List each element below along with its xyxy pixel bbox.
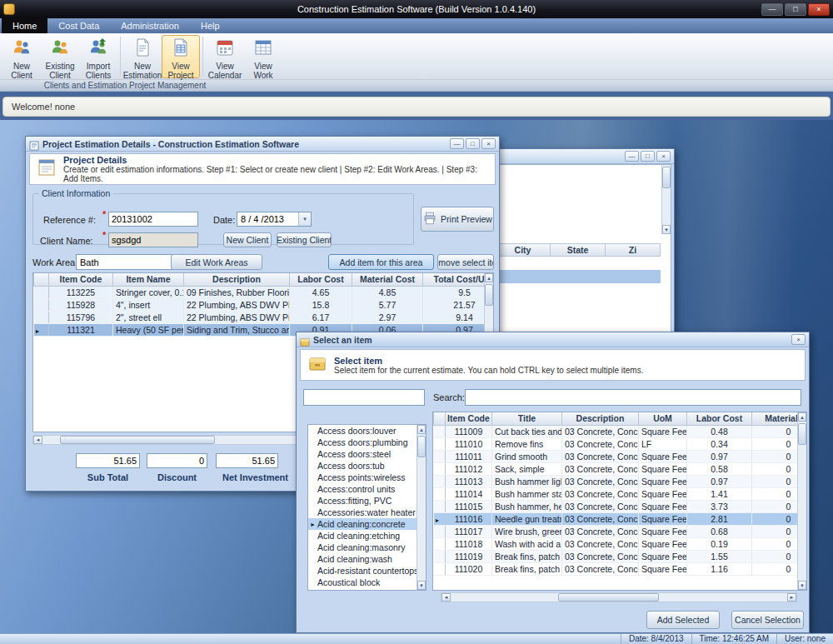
category-list-item[interactable]: ► Access points:wireless [308, 472, 416, 483]
column-header[interactable]: Title [492, 412, 562, 425]
scroll-up-button[interactable]: ▲ [485, 273, 493, 282]
category-filter-input[interactable] [303, 389, 425, 406]
catalog-item-row[interactable]: ► 111010 Remove fins 03 Concrete, Concre… [434, 437, 798, 450]
sub-total-input[interactable] [76, 453, 140, 468]
main-title-bar[interactable]: Construction Estimation Software (Build … [0, 0, 833, 18]
row-selector-cell[interactable]: ► [434, 462, 446, 475]
scrollbar-track[interactable] [662, 165, 671, 225]
catalog-item-row[interactable]: ► 111019 Break fins, patch 03 Concrete, … [434, 550, 798, 562]
column-header[interactable]: Item Code [446, 412, 492, 425]
menu-tab[interactable]: Home [2, 18, 47, 33]
column-header[interactable]: Item Name [113, 273, 184, 286]
row-selector-cell[interactable]: ► [34, 323, 49, 336]
discount-input[interactable] [147, 453, 207, 468]
scrollbar-thumb[interactable] [485, 284, 493, 306]
minimize-button[interactable]: — [450, 138, 464, 149]
catalog-item-row[interactable]: ► 111009 Cut back ties and 03 Concrete, … [434, 425, 798, 437]
category-list-item[interactable]: ► Accessories:water heater [308, 507, 416, 518]
date-combobox[interactable]: 8 / 4 /2013 ▼ [237, 212, 312, 227]
menu-tab[interactable]: Help [190, 18, 231, 33]
category-list-item[interactable]: ► Acoustical block [308, 577, 416, 588]
row-selector-cell[interactable]: ► [434, 487, 446, 500]
existing-client-button[interactable]: Existing Client [41, 35, 79, 78]
row-selector-cell[interactable]: ► [434, 475, 446, 487]
category-list-item[interactable]: ► Acid cleaning:etching [308, 530, 416, 542]
category-list-item[interactable]: ► Access doors:louver [308, 425, 416, 437]
catalog-item-row[interactable]: ► 111017 Wire brush, greer 03 Concrete, … [434, 525, 798, 537]
column-header[interactable]: Material Co [752, 412, 798, 425]
catalog-item-row[interactable]: ► 111011 Grind smooth 03 Concrete, Concr… [434, 450, 798, 462]
column-header-state[interactable]: State [551, 243, 606, 257]
column-header[interactable]: Labor Cost [687, 412, 752, 425]
vertical-scrollbar[interactable]: ▲ ▼ [797, 412, 806, 590]
row-selector-cell[interactable]: ► [434, 562, 446, 575]
category-list-item[interactable]: ► Acid-resistant countertops [308, 565, 416, 577]
scrollbar-thumb[interactable] [417, 436, 426, 457]
row-selector-cell[interactable]: ► [434, 525, 446, 537]
category-list-item[interactable]: ► Access doors:tub [308, 460, 416, 472]
category-list-item[interactable]: ► Acid cleaning:wash [308, 553, 416, 565]
cancel-selection-button[interactable]: Cancel Selection [731, 611, 804, 629]
column-header[interactable]: Description [562, 412, 639, 425]
category-list-item[interactable]: ► Access doors:plumbing [308, 437, 416, 448]
maximize-button[interactable]: □ [785, 3, 806, 16]
menu-tab[interactable]: Administration [110, 18, 190, 33]
view-work-areas-button[interactable]: View Work Areas [244, 35, 282, 78]
row-selector-cell[interactable]: ► [434, 450, 446, 462]
new-estimation-button[interactable]: New Estimation [123, 35, 162, 78]
scrollbar-thumb[interactable] [662, 167, 671, 188]
row-selector-cell[interactable]: ► [434, 512, 446, 525]
category-list-item[interactable]: ► Access:fitting, PVC [308, 495, 416, 507]
scroll-left-button[interactable]: ◄ [33, 436, 42, 444]
maximize-button[interactable]: □ [466, 138, 480, 149]
category-list-item[interactable]: ► Access doors:steel [308, 448, 416, 460]
dialog-title-bar[interactable]: Select an item × [297, 332, 809, 347]
close-button[interactable]: × [791, 334, 806, 345]
import-clients-button[interactable]: Import Clients [79, 35, 117, 78]
maximize-button[interactable]: □ [641, 151, 655, 162]
project-window-title-bar[interactable]: Project Estimation Details - Constructio… [26, 137, 499, 152]
scroll-up-button[interactable]: ▲ [798, 412, 806, 422]
add-item-for-area-button[interactable]: Add item for this area [328, 254, 434, 270]
net-investment-input[interactable] [216, 453, 278, 468]
scrollbar-track[interactable] [451, 593, 787, 602]
category-list-item[interactable]: ► Acid cleaning:concrete [308, 518, 416, 530]
catalog-item-row[interactable]: ► 111012 Sack, simple 03 Concrete, Concr… [434, 462, 798, 475]
vertical-scrollbar[interactable]: ▲ ▼ [416, 425, 426, 590]
scrollbar-thumb[interactable] [558, 593, 659, 602]
column-header[interactable]: Total Cost/Unit [423, 273, 485, 286]
category-list-item[interactable]: ► Acid cleaning:masonry [308, 542, 416, 553]
column-header[interactable]: Labor Cost [290, 273, 352, 286]
scrollbar-thumb[interactable] [798, 423, 806, 445]
print-preview-button[interactable]: Print Preview [421, 207, 494, 232]
vertical-scrollbar[interactable]: ▼ [661, 165, 671, 234]
scroll-left-button[interactable]: ◄ [441, 593, 451, 602]
estimate-item-row[interactable]: ► 113225 Stringer cover, 0.100", 09 Fini… [34, 286, 485, 298]
column-header-city[interactable]: City [496, 243, 551, 257]
client-name-input[interactable] [108, 232, 198, 247]
existing-client-small-button[interactable]: Existing Client [277, 232, 332, 247]
scrollbar-track[interactable] [798, 422, 806, 581]
menu-tab[interactable]: Cost Data [47, 18, 110, 33]
row-selector-cell[interactable]: ► [434, 437, 446, 450]
estimate-item-row[interactable]: ► 115928 4", insert 22 Plumbing, ABS DWV… [34, 298, 485, 311]
horizontal-scrollbar[interactable]: ◄ ► [441, 592, 797, 602]
new-client-button[interactable]: New Client [2, 35, 41, 78]
column-header[interactable]: Description [184, 273, 290, 286]
scroll-down-button[interactable]: ▼ [798, 581, 806, 590]
view-project-estimates-button[interactable]: View Project Estimates [162, 35, 200, 78]
search-input[interactable] [465, 389, 801, 406]
scroll-down-button[interactable]: ▼ [662, 225, 671, 234]
catalog-item-row[interactable]: ► 111016 Needle gun treatr 03 Concrete, … [434, 512, 798, 525]
minimize-button[interactable]: — [625, 151, 639, 162]
dropdown-arrow-icon[interactable]: ▼ [298, 212, 311, 226]
row-selector-cell[interactable]: ► [434, 425, 446, 437]
new-client-small-button[interactable]: New Client [223, 232, 272, 247]
minimize-button[interactable]: — [761, 3, 783, 16]
row-selector-cell[interactable]: ► [434, 550, 446, 562]
view-calendar-button[interactable]: View Calendar [206, 35, 244, 78]
row-selector-cell[interactable]: ► [434, 500, 446, 512]
reference-input[interactable] [108, 212, 198, 227]
close-button[interactable]: × [656, 151, 671, 162]
catalog-item-row[interactable]: ► 111015 Bush hammer, he 03 Concrete, Co… [434, 500, 798, 512]
